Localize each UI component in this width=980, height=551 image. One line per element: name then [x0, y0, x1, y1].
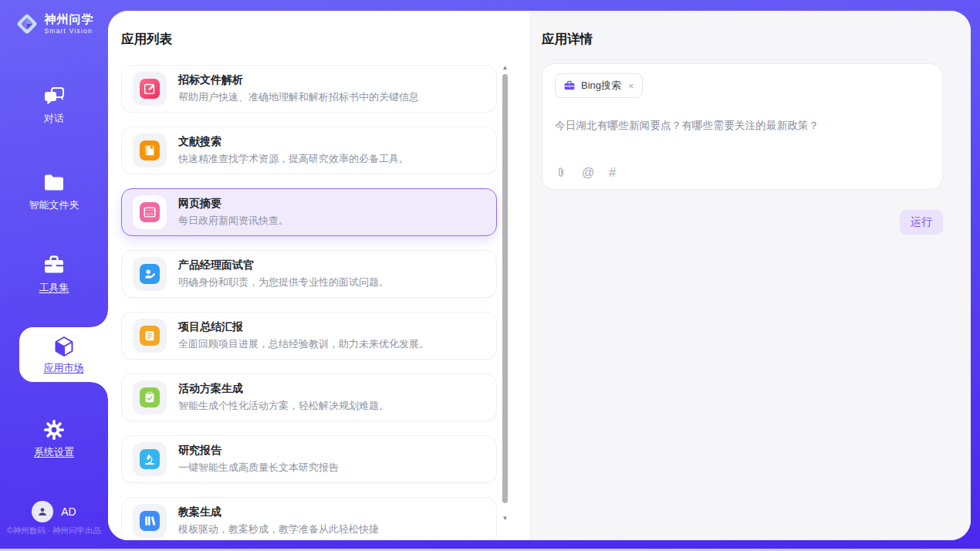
- tool-tag-bing-search[interactable]: Bing搜索 ×: [555, 73, 643, 98]
- prompt-composer[interactable]: Bing搜索 × 今日湖北有哪些新闻要点？有哪些需要关注的最新政策？ @ #: [542, 63, 943, 190]
- app-title: 项目总结汇报: [178, 320, 429, 334]
- folder-icon: [42, 171, 66, 194]
- briefcase-icon: [563, 79, 576, 92]
- scroll-down-icon[interactable]: ▼: [502, 515, 509, 522]
- sidebar-item-app-market[interactable]: 应用市场: [19, 327, 108, 382]
- app-card-literature-search[interactable]: 文献搜索 快速精准查找学术资源，提高研究效率的必备工具。: [121, 127, 497, 174]
- main-content: 应用列表 招标文件解析 帮助用户快速、准确地理解和解析招标书中的关键信: [108, 11, 971, 540]
- paperclip-icon[interactable]: [555, 166, 567, 179]
- app-list-panel: 应用列表 招标文件解析 帮助用户快速、准确地理解和解析招标书中的关键信: [108, 11, 529, 540]
- app-desc: 快速精准查找学术资源，提高研究效率的必备工具。: [178, 152, 409, 166]
- scroll-up-icon[interactable]: ▲: [502, 64, 509, 72]
- sidebar-item-toolset[interactable]: 工具集: [0, 254, 108, 295]
- brand-name: 神州问学: [45, 13, 94, 26]
- app-desc: 全面回顾项目进展，总结经验教训，助力未来优化发展。: [178, 337, 429, 351]
- hash-icon[interactable]: #: [609, 167, 616, 179]
- cube-icon: [52, 335, 76, 358]
- brand-logo: 神州问学 Smart Vision: [0, 12, 108, 36]
- app-detail-title: 应用详情: [542, 32, 943, 46]
- clipboard-check-icon: [133, 380, 167, 414]
- app-title: 文献搜索: [178, 135, 409, 149]
- sidebar-item-settings[interactable]: 系统设置: [0, 418, 108, 459]
- chat-icon: [42, 85, 66, 108]
- brand-tagline: Smart Vision: [45, 28, 94, 35]
- app-card-project-summary[interactable]: 项目总结汇报 全面回顾项目进展，总结经验教训，助力未来优化发展。: [121, 312, 497, 360]
- composer-toolbar: @ #: [555, 166, 616, 179]
- diamond-logo-icon: [15, 12, 39, 36]
- user-account[interactable]: AD: [0, 501, 108, 522]
- app-title: 招标文件解析: [178, 73, 419, 87]
- app-list: 招标文件解析 帮助用户快速、准确地理解和解析招标书中的关键信息: [121, 65, 497, 540]
- app-card-lesson-plan[interactable]: 教案生成 模板驱动，教案秒成，教学准备从此轻松快捷: [121, 497, 497, 540]
- book-icon: [133, 134, 167, 167]
- notepad-icon: [133, 319, 167, 353]
- gear-icon: [42, 418, 66, 441]
- browser-code-icon: </>: [133, 195, 167, 229]
- user-initials: AD: [61, 505, 76, 518]
- books-icon: [133, 504, 167, 538]
- app-desc: 每日政府新闻资讯快查。: [178, 214, 289, 228]
- copyright-text: ©神州数码 · 神州问学出品: [0, 526, 108, 536]
- avatar: [32, 501, 53, 522]
- sidebar-item-label: 工具集: [39, 281, 69, 295]
- scrollbar-thumb[interactable]: [502, 74, 508, 503]
- app-title: 产品经理面试官: [178, 259, 389, 272]
- query-input[interactable]: 今日湖北有哪些新闻要点？有哪些需要关注的最新政策？: [555, 119, 930, 133]
- app-window: 神州问学 Smart Vision 对话 智能文件夹: [0, 0, 980, 551]
- run-button[interactable]: 运行: [900, 210, 943, 235]
- sidebar-item-label: 智能文件夹: [29, 198, 79, 212]
- app-desc: 智能生成个性化活动方案，轻松解决规划难题。: [178, 399, 389, 413]
- run-row: 运行: [542, 210, 943, 235]
- app-card-research-report[interactable]: 研究报告 一键智能生成高质量长文本研究报告: [121, 435, 497, 483]
- app-desc: 模板驱动，教案秒成，教学准备从此轻松快捷: [178, 522, 379, 536]
- sidebar-item-label: 系统设置: [34, 445, 74, 459]
- app-list-scrollbar[interactable]: ▲ ▼: [502, 64, 509, 522]
- sidebar-item-label: 对话: [44, 112, 64, 126]
- edit-document-icon: [133, 72, 167, 106]
- app-desc: 帮助用户快速、准确地理解和解析招标书中的关键信息: [178, 90, 419, 104]
- app-title: 研究报告: [178, 444, 339, 458]
- app-title: 活动方案生成: [178, 382, 389, 396]
- app-list-title: 应用列表: [121, 32, 529, 46]
- app-card-bid-analysis[interactable]: 招标文件解析 帮助用户快速、准确地理解和解析招标书中的关键信息: [121, 65, 497, 113]
- app-title: 网页摘要: [178, 197, 289, 211]
- sidebar-item-label: 应用市场: [44, 361, 84, 375]
- svg-text:</>: </>: [146, 211, 154, 216]
- toolbox-icon: [42, 254, 66, 277]
- app-detail-panel: 应用详情 Bing搜索 × 今日湖北有哪些新闻要点？有哪些需要关注的最新政: [529, 11, 971, 540]
- app-desc: 一键智能生成高质量长文本研究报告: [178, 461, 339, 475]
- app-card-web-summary[interactable]: </> 网页摘要 每日政府新闻资讯快查。: [121, 188, 497, 236]
- interviewer-icon: [133, 257, 167, 291]
- app-title: 教案生成: [178, 505, 379, 519]
- app-desc: 明确身份和职责，为您提供专业性的面试问题。: [178, 276, 389, 289]
- app-card-event-plan[interactable]: 活动方案生成 智能生成个性化活动方案，轻松解决规划难题。: [121, 374, 497, 421]
- close-icon[interactable]: ×: [628, 80, 634, 92]
- tool-tag-label: Bing搜索: [581, 79, 621, 93]
- app-card-pm-interviewer[interactable]: 产品经理面试官 明确身份和职责，为您提供专业性的面试问题。: [121, 250, 497, 298]
- sidebar-item-smart-folder[interactable]: 智能文件夹: [0, 171, 108, 212]
- mention-icon[interactable]: @: [582, 167, 594, 179]
- microscope-icon: [133, 442, 167, 476]
- sidebar: 神州问学 Smart Vision 对话 智能文件夹: [0, 0, 108, 549]
- user-avatar-icon: [36, 505, 49, 518]
- sidebar-item-chat[interactable]: 对话: [0, 85, 108, 126]
